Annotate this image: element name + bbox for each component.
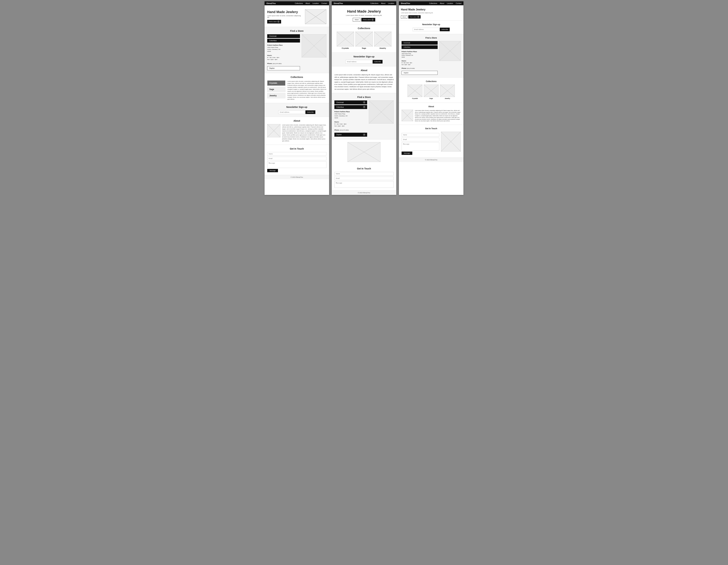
crystals-img-2	[337, 32, 354, 46]
about-content-1: Lorem ipsum dolor sit amet, consectetur …	[267, 124, 326, 142]
contact-image-3	[441, 132, 461, 152]
bottom-image-2	[332, 139, 396, 165]
name-input-2[interactable]	[334, 172, 394, 176]
hero-3: Hand Made Jewlery Lorem ipsum dolor sit …	[399, 5, 463, 21]
store-content-1: Cincinnati Columbus Polaris Fashion Plac…	[267, 34, 326, 70]
store-buttons-3: Cincinnati Columbus	[402, 41, 438, 49]
email-field-2[interactable]	[334, 177, 394, 180]
email-input-2[interactable]	[345, 60, 372, 64]
nav-3: Elena2You Collections About Location Con…	[399, 1, 463, 5]
hours-label-2: Hours:	[334, 121, 339, 123]
email-input-3[interactable]	[413, 28, 439, 31]
about-text-1: Lorem ipsum dolor sit amet, consectetur …	[282, 124, 326, 142]
nav-location-2[interactable]: Location	[388, 2, 394, 4]
jewelry-label-2: Jewelry	[374, 47, 391, 49]
hero-subtitle-3: Lorem ipsum dolor sit amet, consectetur …	[401, 12, 461, 14]
store-content-2: Cincinnati ⊕ Columbus ⊕ Polaris Fashion …	[334, 100, 394, 137]
about-image-3	[402, 110, 413, 121]
store-title-3: Find a Store	[402, 37, 461, 39]
store-info-3: Polaris Fashion Place 1500 Polaris Pkwy#…	[402, 51, 438, 69]
newsletter-form-1: Subscribe	[267, 110, 326, 114]
jewelry-grid-2: Jewelry	[374, 32, 391, 49]
col-icon-2: ⊕	[363, 106, 365, 108]
collections-title-1: Collections	[267, 76, 326, 78]
footer-1: © 2023 Elena2You	[265, 175, 329, 179]
store-left-1: Cincinnati Columbus Polaris Fashion Plac…	[267, 34, 300, 70]
collections-title-3: Collections	[402, 80, 461, 83]
about-btn-2[interactable]: About	[353, 18, 360, 22]
find-store-btn-2[interactable]: Find a store ⊕	[361, 18, 375, 22]
nav-contact-3[interactable]: Contact	[456, 2, 461, 4]
sage-img-3	[424, 85, 439, 97]
contact-section-1: Get In Touch Message	[265, 145, 329, 175]
message-btn-1[interactable]: Message	[267, 169, 278, 172]
dayton-btn-1[interactable]: Dayton	[267, 66, 300, 70]
page-2: Elena2You Collections About Location Han…	[332, 1, 396, 195]
nav-collections-2[interactable]: Collections	[370, 2, 378, 4]
nav-collections-1[interactable]: Collections	[295, 2, 303, 4]
nav-location-3[interactable]: Location	[447, 2, 453, 4]
newsletter-title-3: Newsletter Sign-up	[402, 23, 461, 26]
columbus-btn-2[interactable]: Columbus ⊕	[334, 105, 367, 109]
columbus-btn-1[interactable]: Columbus	[267, 39, 300, 43]
store-icon-3: ⊕	[417, 16, 419, 18]
subscribe-btn-1[interactable]: Subscribe	[305, 110, 315, 114]
nav-location-1[interactable]: Location	[313, 2, 319, 4]
cincinnati-btn-2[interactable]: Cincinnati ⊕	[334, 100, 367, 104]
nav-about-3[interactable]: About	[440, 2, 444, 4]
name-input-1[interactable]	[267, 152, 326, 156]
about-btn-3[interactable]: About	[401, 15, 407, 19]
email-field-3[interactable]	[402, 138, 439, 141]
email-field-1[interactable]	[267, 157, 326, 160]
store-address-3: 1500 Polaris Pkwy#1034, Columbus, OH4324…	[402, 53, 413, 58]
collections-grid-2: Crystals Sage Jewelry	[334, 32, 394, 49]
store-title-2: Find a Store	[334, 96, 394, 98]
find-store-btn-1[interactable]: Find a store ⊕	[267, 20, 281, 23]
about-title-3: About	[402, 105, 461, 108]
subscribe-btn-2[interactable]: Subscribe	[373, 60, 383, 64]
hours-1: M - Sat: 11am - 8pmSun: 12pm - 6pm	[267, 57, 279, 60]
contact-form-1: Message	[267, 152, 326, 172]
collections-section-2: Collections Crystals Sage	[332, 24, 396, 52]
hero-title-3: Hand Made Jewlery	[401, 8, 461, 11]
store-name-2: Polaris Fashion Place	[334, 111, 350, 113]
hero-buttons-1: Find a store ⊕	[267, 20, 302, 23]
store-info-2: Polaris Fashion Place 1500 Polaris Pkwy#…	[334, 111, 367, 131]
message-btn-3[interactable]: Message	[402, 152, 412, 155]
jewelry-item-1[interactable]: Jewelry	[267, 93, 285, 98]
message-field-1[interactable]	[267, 161, 326, 168]
message-field-3[interactable]	[402, 142, 439, 151]
brand-2: Elena2You	[334, 2, 343, 4]
nav-collections-3[interactable]: Collections	[429, 2, 437, 4]
find-store-btn-3[interactable]: Find a store ⊕	[408, 15, 421, 19]
store-left-2: Cincinnati ⊕ Columbus ⊕ Polaris Fashion …	[334, 100, 367, 137]
crystals-img-3	[408, 85, 422, 97]
nav-contact-1[interactable]: Contact	[321, 2, 327, 4]
subscribe-btn-3[interactable]: Subscribe	[440, 28, 450, 31]
email-input-1[interactable]	[278, 110, 305, 114]
nav-about-1[interactable]: About	[306, 2, 310, 4]
store-buttons-2: Cincinnati ⊕ Columbus ⊕	[334, 100, 367, 109]
dayton-btn-2[interactable]: Dayton ⊕	[334, 133, 367, 137]
store-address-1: 1500 Polaris Pkwy#1034, Columbus, OH4324…	[267, 47, 280, 52]
phone-1: (614) 974-8501	[273, 63, 282, 64]
sage-grid-3: Sage	[424, 85, 439, 99]
sage-item-1[interactable]: Sage	[267, 87, 285, 92]
hero-title-1: Hand Made Jewlery	[267, 10, 302, 14]
cincinnati-btn-1[interactable]: Cincinnati	[267, 34, 300, 38]
contact-form-3: Message	[402, 132, 439, 155]
dayton-btn-3[interactable]: Dayton	[402, 71, 438, 75]
sage-img-2	[355, 32, 373, 46]
name-input-3[interactable]	[402, 133, 439, 137]
contact-section-3: Get In Touch Message	[399, 125, 463, 158]
newsletter-title-2: Newsletter Sign-up	[334, 55, 394, 58]
crystals-item-1[interactable]: Crystals	[267, 80, 285, 86]
store-left-3: Cincinnati Columbus Polaris Fashion Plac…	[402, 41, 438, 75]
hero-buttons-3: About Find a store ⊕	[401, 15, 461, 19]
collections-two-col-1: Crystals Sage Jewelry Lorem ipsum dolor …	[267, 80, 326, 100]
columbus-btn-3[interactable]: Columbus	[402, 45, 438, 49]
brand-1: Elena2You	[267, 2, 276, 4]
cincinnati-btn-3[interactable]: Cincinnati	[402, 41, 438, 45]
message-field-2[interactable]	[334, 181, 394, 188]
nav-about-2[interactable]: About	[381, 2, 385, 4]
